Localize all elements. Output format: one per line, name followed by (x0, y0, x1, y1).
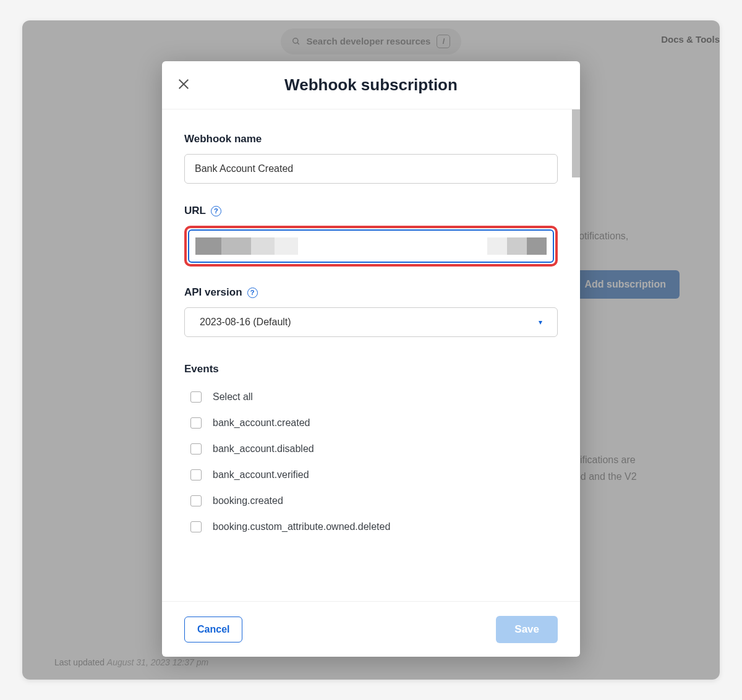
url-input[interactable] (188, 229, 554, 263)
help-icon[interactable]: ? (247, 288, 258, 298)
modal-title: Webhook subscription (162, 75, 580, 95)
close-button[interactable] (177, 77, 193, 93)
checkbox[interactable] (190, 417, 202, 429)
webhook-subscription-modal: Webhook subscription Webhook name URL ? (162, 61, 580, 657)
event-row[interactable]: bank_account.verified (190, 462, 558, 488)
events-label: Events (184, 363, 558, 375)
checkbox[interactable] (190, 391, 202, 403)
save-button[interactable]: Save (496, 616, 558, 643)
event-row[interactable]: Select all (190, 384, 558, 410)
chevron-down-icon: ▾ (539, 318, 542, 327)
checkbox[interactable] (190, 443, 202, 455)
api-version-select[interactable]: 2023-08-16 (Default) ▾ (184, 307, 558, 337)
webhook-name-label: Webhook name (184, 133, 558, 145)
event-row[interactable]: bank_account.created (190, 410, 558, 436)
modal-footer: Cancel Save (162, 601, 580, 657)
webhook-name-input[interactable] (184, 154, 558, 184)
checkbox[interactable] (190, 521, 202, 532)
cancel-button[interactable]: Cancel (184, 617, 242, 642)
redacted-content (195, 237, 221, 255)
checkbox[interactable] (190, 495, 202, 506)
events-list: Select all bank_account.created bank_acc… (184, 384, 558, 540)
modal-body: Webhook name URL ? API ver (162, 109, 580, 601)
url-highlight-annotation (184, 226, 558, 267)
event-row[interactable]: booking.created (190, 488, 558, 514)
api-version-label: API version ? (184, 286, 558, 299)
close-icon (177, 77, 190, 91)
url-label: URL ? (184, 205, 558, 217)
event-row[interactable]: booking.custom_attribute.owned.deleted (190, 514, 558, 540)
modal-header: Webhook subscription (162, 61, 580, 109)
checkbox[interactable] (190, 469, 202, 480)
help-icon[interactable]: ? (211, 206, 221, 216)
event-row[interactable]: bank_account.disabled (190, 436, 558, 462)
api-version-value: 2023-08-16 (Default) (200, 317, 291, 328)
